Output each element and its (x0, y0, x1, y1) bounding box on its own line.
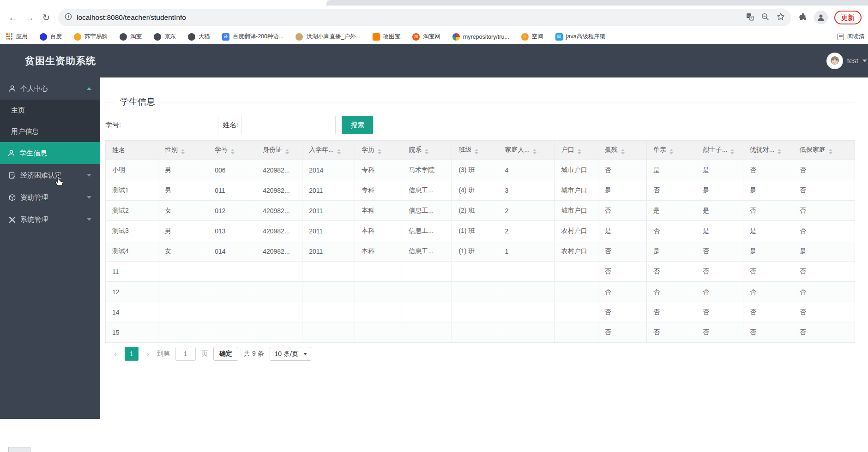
column-header-低保家庭[interactable]: 低保家庭 (793, 141, 855, 160)
table-row: 11否否否否否 (106, 262, 855, 282)
table-cell: 专科 (355, 160, 402, 180)
table-cell: 是 (598, 180, 646, 201)
bookmark-item[interactable]: 苏宁易购 (74, 33, 108, 41)
column-header-学历[interactable]: 学历 (355, 141, 402, 160)
search-button[interactable]: 搜索 (342, 116, 373, 134)
bookmark-star-icon[interactable] (777, 12, 785, 23)
sort-carets-icon[interactable] (829, 149, 832, 155)
sort-carets-icon[interactable] (621, 149, 625, 155)
table-cell: 否 (793, 322, 855, 343)
site-info-icon[interactable] (65, 13, 72, 22)
column-header-户口[interactable]: 户口 (555, 141, 598, 160)
sort-carets-icon[interactable] (378, 149, 381, 155)
page-size-select[interactable]: 10 条/页 (270, 347, 311, 361)
column-label: 低保家庭 (800, 146, 826, 153)
extensions-puzzle-icon[interactable] (799, 12, 808, 23)
next-page-icon[interactable]: › (144, 349, 151, 359)
prev-page-icon[interactable]: ‹ (112, 349, 119, 359)
bookmark-item[interactable]: 译百度翻译-200种语... (222, 33, 283, 41)
table-cell: 12 (106, 282, 158, 302)
table-cell: 否 (743, 201, 793, 221)
table-cell: 否 (646, 322, 696, 343)
sort-carets-icon[interactable] (475, 149, 478, 155)
student-no-input[interactable] (124, 116, 218, 134)
app-header: 贫困生资助系统 test (0, 44, 868, 77)
bookmark-item[interactable]: 应用 (6, 33, 28, 41)
sort-carets-icon[interactable] (285, 149, 289, 155)
column-label: 学历 (362, 146, 374, 153)
bookmark-item[interactable]: 京东 (154, 33, 176, 41)
sort-carets-icon[interactable] (730, 149, 734, 155)
bookmark-item[interactable]: 淘宝 (120, 33, 142, 41)
bookmark-item[interactable]: 洪湖小肖直播_户外... (295, 33, 360, 41)
sidebar-item-经济困难认定[interactable]: ?经济困难认定 (0, 164, 100, 186)
chrome-update-button[interactable]: 更新 (834, 11, 862, 24)
bookmark-item[interactable]: 淘淘宝网 (412, 33, 440, 41)
bookmark-item[interactable]: 改图宝 (373, 33, 401, 41)
goto-confirm-button[interactable]: 确定 (213, 347, 238, 361)
bookmark-item[interactable]: 天猫 (188, 33, 210, 41)
column-header-学号[interactable]: 学号 (208, 141, 256, 160)
column-header-性别[interactable]: 性别 (158, 141, 208, 160)
sort-carets-icon[interactable] (425, 149, 428, 155)
table-cell: 小明 (106, 160, 158, 180)
address-bar[interactable]: localhost:8080/teacher/studentInfo G文 (58, 9, 791, 26)
table-cell: 否 (696, 282, 743, 302)
sidebar-item-label: 学生信息 (19, 149, 47, 158)
sort-carets-icon[interactable] (533, 149, 536, 155)
back-icon[interactable]: ← (5, 9, 21, 26)
column-header-班级[interactable]: 班级 (452, 141, 498, 160)
goto-suffix-label: 页 (201, 350, 208, 358)
sidebar-item-个人中心[interactable]: 个人中心 (0, 77, 100, 100)
table-cell: 本科 (355, 201, 402, 221)
sidebar-item-资助管理[interactable]: 资助管理 (0, 186, 100, 208)
translate-icon[interactable]: G文 (746, 13, 754, 23)
table-cell: 女 (158, 201, 208, 221)
page-numbers: 1 (125, 347, 139, 361)
column-header-烈士子...[interactable]: 烈士子... (696, 141, 743, 160)
table-cell: (3) 班 (452, 160, 498, 180)
bookmark-label: 空间 (532, 33, 543, 41)
baidu-translate-icon: 译 (222, 33, 229, 41)
sidebar-item-用户信息[interactable]: 用户信息 (0, 121, 100, 142)
sidebar-item-主页[interactable]: 主页 (0, 100, 100, 121)
reading-list-button[interactable]: 阅读清 (833, 30, 868, 44)
tab-strip (0, 0, 868, 6)
forward-icon[interactable]: → (21, 9, 38, 26)
student-name-input[interactable] (241, 116, 336, 134)
column-header-家庭人...[interactable]: 家庭人... (498, 141, 555, 160)
url-text[interactable]: localhost:8080/teacher/studentInfo (77, 13, 186, 22)
table-cell (355, 302, 402, 322)
sort-carets-icon[interactable] (669, 149, 673, 155)
sort-carets-icon[interactable] (181, 149, 185, 155)
bookmark-item[interactable]: 百度 (40, 33, 62, 41)
column-header-单亲[interactable]: 单亲 (646, 141, 696, 160)
reload-icon[interactable]: ↻ (38, 9, 54, 26)
column-header-身份证[interactable]: 身份证 (256, 141, 302, 160)
table-cell (355, 282, 402, 302)
sort-carets-icon[interactable] (231, 149, 235, 155)
zoom-out-icon[interactable] (761, 13, 769, 23)
sort-carets-icon[interactable] (778, 149, 781, 155)
table-cell (555, 322, 598, 343)
user-menu[interactable]: test (826, 53, 867, 69)
column-header-孤残[interactable]: 孤残 (598, 141, 646, 160)
browser-profile-icon[interactable] (814, 11, 828, 24)
column-header-姓名: 姓名 (106, 141, 158, 160)
svg-text:?: ? (11, 172, 13, 177)
bookmark-item[interactable]: ☆空间 (521, 33, 543, 41)
column-header-入学年...[interactable]: 入学年... (302, 141, 355, 160)
page-number-1[interactable]: 1 (125, 347, 139, 361)
goto-page-input[interactable] (175, 347, 196, 361)
column-header-优抚对...[interactable]: 优抚对... (743, 141, 793, 160)
table-cell: 否 (793, 160, 855, 180)
sidebar-item-系统管理[interactable]: 系统管理 (0, 208, 100, 231)
sidebar-item-学生信息[interactable]: 学生信息 (0, 142, 100, 164)
sort-carets-icon[interactable] (578, 149, 581, 155)
column-header-院系[interactable]: 院系 (402, 141, 452, 160)
bookmark-item[interactable]: myrepository/tru... (452, 33, 509, 41)
table-cell: 是 (646, 241, 696, 262)
sort-carets-icon[interactable] (337, 149, 341, 155)
table-cell: 是 (743, 180, 793, 201)
bookmark-item[interactable]: 回java高级程序猿 (555, 33, 605, 41)
